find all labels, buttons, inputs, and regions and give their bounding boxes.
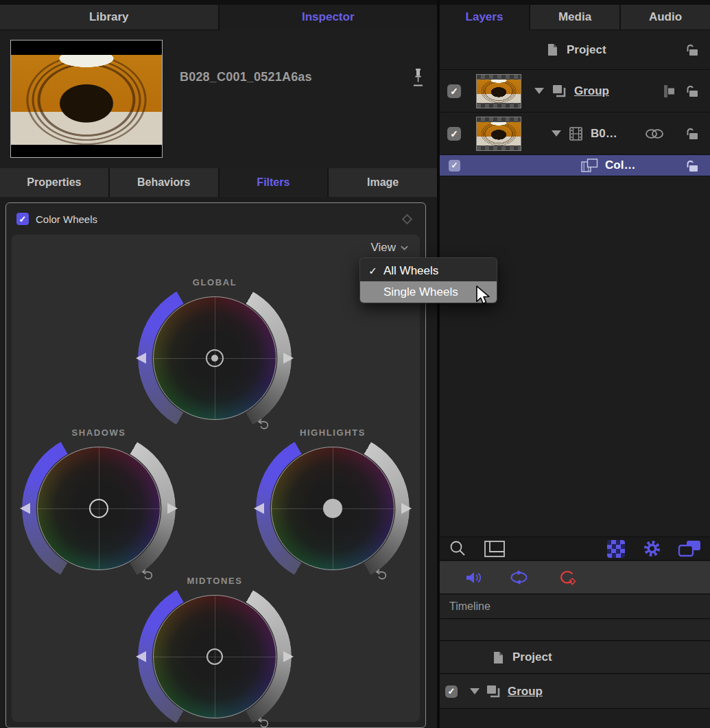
layer-name[interactable]: Group bbox=[574, 84, 609, 98]
wheel-puck-shadows[interactable] bbox=[89, 499, 108, 518]
wheel-group-shadows: SHADOWS bbox=[19, 427, 178, 592]
arc-arrow-right-icon[interactable] bbox=[401, 503, 412, 514]
check-icon: ✓ bbox=[19, 214, 27, 224]
tab-image[interactable]: Image bbox=[329, 168, 437, 197]
timeline-header: Timeline bbox=[440, 595, 710, 619]
view-label: View bbox=[370, 241, 396, 255]
loop-icon[interactable] bbox=[508, 570, 530, 585]
tab-audio[interactable]: Audio bbox=[621, 5, 710, 30]
wheel-group-midtones: MIDTONES bbox=[135, 576, 294, 728]
layer-name[interactable]: Group bbox=[508, 685, 543, 698]
tab-layers[interactable]: Layers bbox=[440, 5, 530, 30]
isolate-icon[interactable] bbox=[663, 84, 675, 98]
timeline-empty-row bbox=[440, 620, 710, 641]
flatten-layout-icon[interactable] bbox=[484, 541, 505, 557]
unlock-icon[interactable] bbox=[685, 127, 699, 140]
layer-row-color-filter-selected[interactable]: ✓ Col… bbox=[440, 155, 710, 176]
document-icon bbox=[547, 43, 558, 56]
arc-arrow-left-icon[interactable] bbox=[254, 503, 264, 514]
filter-clip-icon bbox=[581, 158, 598, 172]
layer-row-project[interactable]: Project bbox=[440, 30, 710, 70]
layers-empty-area bbox=[440, 176, 710, 537]
left-tab-bar: Library Inspector bbox=[0, 0, 437, 30]
layer-name[interactable]: B0… bbox=[591, 127, 617, 141]
check-icon: ✓ bbox=[450, 128, 458, 139]
arc-arrow-right-icon[interactable] bbox=[283, 651, 294, 662]
filter-enable-checkbox[interactable]: ✓ bbox=[16, 213, 29, 225]
wheel-puck-midtones[interactable] bbox=[206, 648, 223, 665]
view-dropdown-button[interactable]: View bbox=[370, 241, 408, 255]
pin-icon[interactable] bbox=[413, 69, 423, 88]
tab-properties[interactable]: Properties bbox=[0, 168, 110, 197]
layer-checkbox[interactable]: ✓ bbox=[449, 160, 460, 172]
chevron-down-icon bbox=[401, 246, 408, 250]
tab-behaviors[interactable]: Behaviors bbox=[110, 168, 220, 197]
menu-item-label: Single Wheels bbox=[383, 285, 458, 299]
check-icon: ✓ bbox=[448, 686, 455, 696]
tunnel-photo bbox=[11, 55, 162, 145]
arc-arrow-left-icon[interactable] bbox=[136, 651, 146, 662]
link-icon[interactable] bbox=[645, 128, 664, 139]
tunnel-photo bbox=[477, 80, 521, 103]
record-keyframe-icon[interactable] bbox=[558, 570, 577, 586]
audio-speaker-icon[interactable] bbox=[465, 570, 482, 585]
tab-media[interactable]: Media bbox=[530, 5, 621, 30]
group-icon bbox=[486, 685, 500, 698]
keyframe-diamond-icon[interactable] bbox=[402, 213, 413, 224]
wheel-puck-highlights[interactable] bbox=[323, 499, 342, 518]
menu-item-label: All Wheels bbox=[383, 264, 438, 278]
wheel-group-global: GLOBAL bbox=[135, 277, 294, 442]
clip-preview-thumbnail bbox=[10, 40, 163, 158]
arc-arrow-right-icon[interactable] bbox=[167, 503, 178, 514]
inspector-panel: Library Inspector B028_C001_0521A6as Pro… bbox=[0, 0, 437, 728]
menu-item-all-wheels[interactable]: ✓ All Wheels bbox=[360, 260, 497, 281]
reset-icon[interactable] bbox=[257, 717, 270, 728]
filter-header: ✓ Color Wheels bbox=[6, 203, 425, 235]
layer-checkbox[interactable]: ✓ bbox=[445, 685, 458, 698]
timeline-label: Timeline bbox=[449, 600, 490, 613]
arc-arrow-left-icon[interactable] bbox=[20, 503, 30, 514]
timeline-row-project[interactable]: Project bbox=[440, 642, 710, 674]
layers-stack-icon[interactable] bbox=[678, 540, 701, 557]
tab-library[interactable]: Library bbox=[0, 5, 220, 30]
layer-thumbnail bbox=[476, 117, 521, 151]
preview-area: B028_C001_0521A6as bbox=[0, 30, 437, 168]
gear-icon[interactable] bbox=[643, 539, 661, 558]
right-tab-bar: Layers Media Audio bbox=[440, 0, 710, 30]
tab-inspector[interactable]: Inspector bbox=[220, 5, 438, 30]
filmstrip-icon bbox=[569, 127, 582, 141]
layer-name: Project bbox=[512, 650, 552, 664]
unlock-icon[interactable] bbox=[685, 43, 699, 56]
layer-row-clip[interactable]: ✓ B0… bbox=[440, 113, 710, 155]
arc-arrow-right-icon[interactable] bbox=[283, 353, 294, 364]
wheel-group-highlights: HIGHLIGHTS bbox=[253, 427, 412, 592]
layer-checkbox[interactable]: ✓ bbox=[447, 127, 461, 141]
search-icon[interactable] bbox=[449, 540, 466, 558]
timeline-row-group[interactable]: ✓ Group bbox=[440, 674, 710, 709]
check-icon: ✓ bbox=[450, 86, 458, 97]
layer-name[interactable]: Col… bbox=[605, 158, 635, 172]
layers-toolbar bbox=[440, 537, 710, 561]
mouse-cursor bbox=[475, 285, 492, 306]
unlock-icon[interactable] bbox=[685, 159, 699, 172]
layer-row-group[interactable]: ✓ Group bbox=[440, 70, 710, 113]
filter-name: Color Wheels bbox=[36, 213, 97, 225]
group-icon bbox=[552, 84, 566, 97]
layer-thumbnail bbox=[476, 74, 521, 108]
layers-panel: Layers Media Audio Project ✓ bbox=[440, 0, 710, 728]
clip-title: B028_C001_0521A6as bbox=[180, 70, 312, 84]
arc-arrow-left-icon[interactable] bbox=[136, 353, 146, 364]
check-icon: ✓ bbox=[451, 161, 458, 170]
reset-icon[interactable] bbox=[375, 569, 388, 580]
layer-checkbox[interactable]: ✓ bbox=[447, 84, 461, 98]
tunnel-photo bbox=[477, 122, 521, 145]
tab-filters[interactable]: Filters bbox=[220, 168, 329, 197]
disclosure-triangle-icon[interactable] bbox=[534, 88, 544, 94]
disclosure-triangle-icon[interactable] bbox=[470, 688, 480, 694]
layer-name: Project bbox=[567, 43, 606, 57]
check-icon: ✓ bbox=[367, 265, 379, 277]
wheel-puck-global[interactable] bbox=[206, 349, 224, 367]
transparency-checker-icon[interactable] bbox=[607, 540, 625, 558]
disclosure-triangle-icon[interactable] bbox=[552, 130, 561, 137]
unlock-icon[interactable] bbox=[685, 84, 699, 97]
